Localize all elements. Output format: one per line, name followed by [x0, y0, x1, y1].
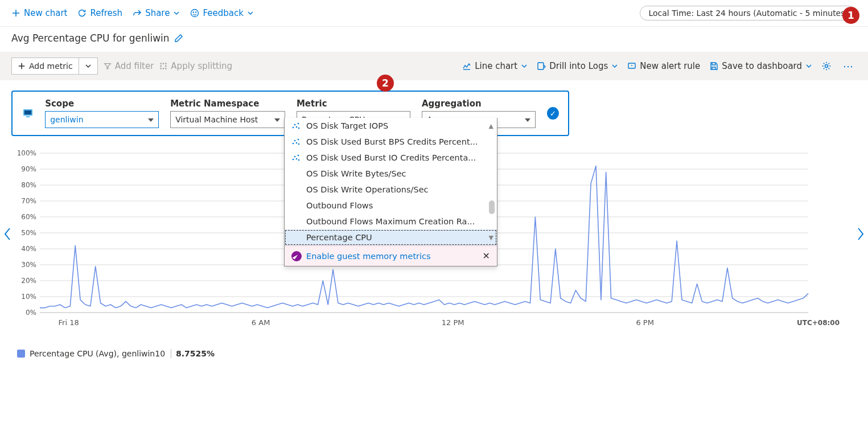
metric-option[interactable]: OS Disk Used Burst IO Credits Percenta..… [285, 150, 497, 166]
scrollbar-thumb[interactable] [489, 200, 495, 214]
enable-guest-memory-link[interactable]: Enable guest memory metrics ✕ [285, 245, 497, 266]
line-chart-button[interactable]: Line chart [462, 61, 528, 71]
aggregation-label: Aggregation [422, 99, 536, 109]
line-chart-label: Line chart [475, 61, 517, 71]
svg-point-17 [293, 127, 294, 129]
add-filter-label: Add filter [115, 61, 154, 71]
metric-option[interactable]: Percentage CPU▼ [285, 229, 497, 245]
close-icon[interactable]: ✕ [483, 251, 490, 261]
svg-point-30 [298, 155, 299, 157]
metric-option-label: OS Disk Target IOPS [306, 121, 388, 130]
chart-title: Avg Percentage CPU for genliwin [11, 32, 170, 44]
feedback-label: Feedback [203, 8, 243, 18]
chevron-down-icon [521, 63, 528, 69]
metric-option[interactable]: OS Disk Write Bytes/Sec [285, 166, 497, 182]
metric-option-label: OS Disk Write Bytes/Sec [306, 169, 406, 178]
add-metric-button[interactable]: Add metric [11, 58, 79, 75]
svg-point-0 [191, 10, 199, 17]
metric-option-label: OS Disk Used Burst IO Credits Percenta..… [306, 153, 476, 162]
svg-text:Fri 18: Fri 18 [59, 318, 79, 327]
svg-text:90%: 90% [21, 165, 36, 173]
new-chart-button[interactable]: New chart [11, 8, 67, 18]
metric-option[interactable]: OS Disk Target IOPS▲ [285, 118, 497, 134]
apply-splitting-label: Apply splitting [171, 61, 232, 71]
svg-text:20%: 20% [21, 277, 36, 285]
refresh-button[interactable]: Refresh [77, 8, 122, 18]
metric-option-label: Percentage CPU [306, 233, 372, 242]
svg-point-2 [196, 12, 196, 13]
metric-dropdown: OS Disk Target IOPS▲OS Disk Used Burst B… [284, 118, 497, 266]
refresh-label: Refresh [90, 8, 122, 18]
svg-text:50%: 50% [21, 229, 36, 237]
metric-option[interactable]: Outbound Flows Maximum Creation Ra... [285, 214, 497, 229]
metric-namespace-value: Virtual Machine Host [175, 115, 258, 124]
chevron-down-icon [173, 10, 180, 17]
metric-option[interactable]: Outbound Flows [285, 198, 497, 214]
add-filter-button[interactable]: Add filter [104, 61, 154, 71]
scope-label: Scope [45, 99, 159, 109]
drill-into-logs-button[interactable]: Drill into Logs [537, 61, 618, 71]
svg-rect-11 [538, 63, 544, 69]
add-metric-dropdown-toggle[interactable] [79, 58, 98, 75]
svg-point-7 [166, 65, 167, 67]
split-icon [159, 62, 167, 70]
scroll-down-icon[interactable]: ▼ [489, 234, 493, 241]
add-metric-split-button: Add metric [11, 58, 98, 75]
gear-icon[interactable] [821, 61, 832, 71]
time-range-pill[interactable]: Local Time: Last 24 hours (Automatic - 5… [640, 6, 857, 20]
svg-text:60%: 60% [21, 213, 36, 221]
chart-prev-button[interactable] [3, 227, 11, 241]
svg-text:40%: 40% [21, 245, 36, 253]
svg-point-27 [293, 159, 294, 161]
svg-point-29 [296, 158, 298, 160]
callout-badge-2: 2 [377, 75, 394, 92]
svg-text:12 PM: 12 PM [442, 318, 464, 327]
metric-option-label: Outbound Flows [306, 201, 373, 210]
scope-selector[interactable]: genliwin [45, 111, 159, 128]
smiley-icon [190, 9, 199, 18]
metric-option-label: OS Disk Write Operations/Sec [306, 185, 429, 194]
enable-guest-memory-label: Enable guest memory metrics [306, 252, 431, 261]
svg-point-31 [298, 159, 300, 161]
share-icon [133, 9, 142, 18]
chevron-down-icon [611, 63, 618, 69]
svg-point-22 [293, 143, 294, 145]
apply-splitting-button[interactable]: Apply splitting [159, 61, 232, 71]
scope-value: genliwin [50, 115, 83, 124]
new-alert-rule-button[interactable]: New alert rule [627, 61, 700, 71]
pencil-icon[interactable] [174, 34, 183, 43]
compass-icon [291, 251, 302, 261]
new-chart-label: New chart [24, 8, 67, 18]
line-chart-icon [462, 61, 471, 71]
chart-toolbar: Add metric Add filter Apply splitting Li… [0, 52, 868, 80]
apply-check-icon[interactable] [547, 107, 559, 120]
chevron-down-icon [85, 63, 92, 69]
svg-point-8 [161, 68, 162, 69]
filter-icon [104, 62, 112, 70]
svg-point-4 [163, 63, 164, 64]
metric-namespace-selector[interactable]: Virtual Machine Host [170, 111, 285, 128]
svg-point-3 [161, 63, 162, 64]
save-to-dashboard-button[interactable]: Save to dashboard [709, 61, 812, 71]
more-button[interactable]: ⋯ [841, 60, 857, 72]
svg-point-13 [825, 65, 828, 68]
plus-icon [18, 62, 26, 70]
add-metric-label: Add metric [29, 61, 73, 71]
svg-text:80%: 80% [21, 181, 36, 189]
chart-next-button[interactable] [857, 227, 865, 241]
callout-badge-1: 1 [842, 7, 859, 24]
save-to-dashboard-label: Save to dashboard [722, 61, 802, 71]
share-label: Share [145, 8, 170, 18]
legend-value: 8.7525% [171, 349, 215, 358]
scroll-up-icon[interactable]: ▲ [489, 122, 493, 130]
share-button[interactable]: Share [133, 8, 180, 18]
metric-option[interactable]: OS Disk Used Burst BPS Credits Percent..… [285, 134, 497, 150]
metric-namespace-label: Metric Namespace [170, 99, 285, 109]
svg-text:70%: 70% [21, 197, 36, 205]
svg-point-28 [294, 156, 296, 158]
feedback-button[interactable]: Feedback [190, 8, 253, 18]
metric-option-label: OS Disk Used Burst BPS Credits Percent..… [306, 137, 478, 146]
svg-point-21 [298, 128, 300, 129]
metric-option[interactable]: OS Disk Write Operations/Sec [285, 182, 497, 198]
plus-icon [11, 9, 20, 18]
